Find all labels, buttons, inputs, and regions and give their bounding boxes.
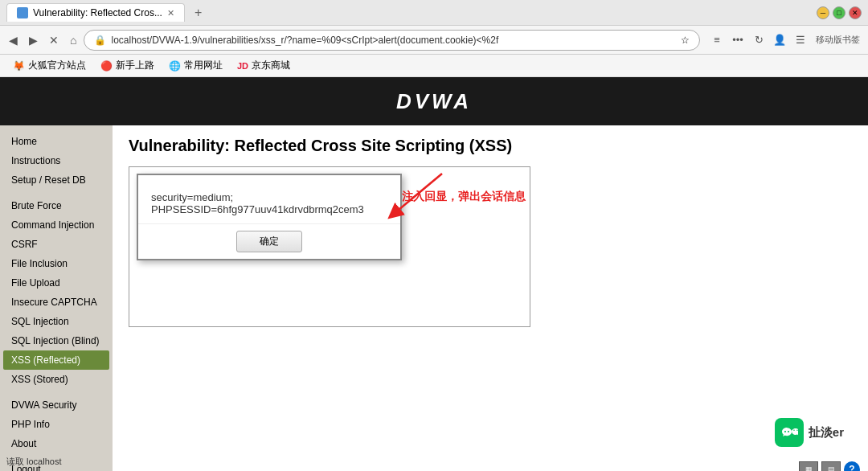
alert-buttons: 确定 — [138, 224, 400, 259]
watermark-text: 扯淡er — [809, 425, 844, 440]
newuser-icon: 🔴 — [100, 60, 113, 72]
lock-icon: 🔒 — [94, 35, 106, 46]
sidebar-item-captcha[interactable]: Insecure CAPTCHA — [3, 293, 109, 312]
tab-close-btn[interactable]: ✕ — [167, 8, 174, 18]
url-text: localhost/DVWA-1.9/vulnerabilities/xss_r… — [111, 35, 676, 46]
sidebar-item-home[interactable]: Home — [3, 132, 109, 151]
wechat-icon — [775, 418, 804, 447]
page-title: Vulnerability: Reflected Cross Site Scri… — [129, 137, 852, 155]
page-wrapper: DVWA Home Instructions Setup / Reset DB … — [0, 77, 868, 452]
sidebar-item-command-injection[interactable]: Command Injection — [3, 215, 109, 235]
small-icon-1[interactable]: ▦ — [799, 461, 818, 471]
refresh-button[interactable]: ✕ — [45, 32, 63, 48]
watermark: 扯淡er — [775, 418, 844, 447]
sidebar-divider-1 — [3, 190, 109, 196]
browser-tab[interactable]: Vulnerability: Reflected Cros... ✕ — [6, 3, 185, 22]
small-icon-2[interactable]: ▤ — [821, 461, 841, 471]
tab-title: Vulnerability: Reflected Cros... — [33, 7, 162, 18]
window-minimize-btn[interactable]: ─ — [817, 6, 829, 19]
annotation: 注入回显，弹出会话信息 — [402, 190, 526, 204]
sidebar: Home Instructions Setup / Reset DB Brute… — [0, 125, 113, 471]
sidebar-item-file-upload[interactable]: File Upload — [3, 273, 109, 293]
sidebar-item-php-info[interactable]: PHP Info — [3, 415, 109, 434]
back-button[interactable]: ◀ — [5, 32, 22, 48]
dvwa-logo: DVWA — [396, 89, 472, 113]
content-area: Vulnerability: Reflected Cross Site Scri… — [113, 125, 868, 471]
small-icon-help[interactable]: ? — [844, 461, 860, 471]
window-controls: ─ □ ✕ — [817, 6, 862, 19]
content-bottom-right-icons: ▦ ▤ ? — [799, 461, 860, 471]
sidebar-item-csrf[interactable]: CSRF — [3, 235, 109, 254]
extensions-icon[interactable]: ≡ — [708, 31, 726, 49]
sidebar-item-instructions[interactable]: Instructions — [3, 151, 109, 170]
alert-ok-button[interactable]: 确定 — [236, 231, 302, 252]
bookmark-newuser-label: 新手上路 — [116, 59, 154, 72]
sidebar-item-dvwa-security[interactable]: DVWA Security — [3, 395, 109, 415]
bookmark-common-label: 常用网址 — [184, 59, 223, 72]
browser-toolbar: ◀ ▶ ✕ ⌂ 🔒 localhost/DVWA-1.9/vulnerabili… — [0, 26, 868, 55]
svg-line-0 — [394, 174, 442, 214]
jd-icon: JD — [237, 61, 248, 71]
mobile-bookmark[interactable]: 移动版书签 — [813, 31, 863, 49]
sidebar-item-setup[interactable]: Setup / Reset DB — [3, 170, 109, 190]
more-tools-icon[interactable]: ••• — [729, 31, 747, 49]
alert-dialog: security=medium; PHPSESSID=6hfg977uuv41k… — [137, 174, 402, 260]
bookmark-firefox-label: 火狐官方站点 — [28, 59, 86, 72]
new-tab-button[interactable]: + — [190, 6, 207, 20]
sidebar-item-xss-reflected[interactable]: XSS (Reflected) — [3, 350, 109, 370]
bookmark-jd[interactable]: JD 京东商城 — [231, 57, 297, 74]
menu-icon[interactable]: ☰ — [792, 31, 809, 49]
common-icon: 🌐 — [169, 60, 181, 72]
bookmark-common[interactable]: 🌐 常用网址 — [162, 57, 229, 74]
status-text: 读取 localhost — [6, 456, 61, 468]
firefox-icon: 🦊 — [13, 60, 25, 72]
forward-button[interactable]: ▶ — [25, 32, 42, 48]
toolbar-icons: ≡ ••• ↻ 👤 ☰ 移动版书签 — [708, 31, 863, 49]
red-arrow-icon — [378, 166, 450, 230]
sidebar-divider-2 — [3, 389, 109, 395]
sidebar-item-sql-injection-blind[interactable]: SQL Injection (Blind) — [3, 331, 109, 350]
sidebar-item-file-inclusion[interactable]: File Inclusion — [3, 254, 109, 273]
window-restore-btn[interactable]: □ — [833, 6, 845, 19]
dvwa-header: DVWA — [0, 77, 868, 125]
browser-titlebar: Vulnerability: Reflected Cros... ✕ + ─ □… — [0, 0, 868, 26]
window-close-btn[interactable]: ✕ — [849, 6, 862, 19]
account-icon[interactable]: 👤 — [771, 31, 788, 49]
sidebar-item-xss-stored[interactable]: XSS (Stored) — [3, 370, 109, 389]
bookmark-newuser[interactable]: 🔴 新手上路 — [94, 57, 161, 74]
bookmark-firefox[interactable]: 🦊 火狐官方站点 — [6, 57, 92, 74]
star-icon: ☆ — [681, 35, 690, 46]
bookmarks-bar: 🦊 火狐官方站点 🔴 新手上路 🌐 常用网址 JD 京东商城 — [0, 55, 868, 77]
alert-message: security=medium; PHPSESSID=6hfg977uuv41k… — [138, 175, 400, 224]
sidebar-item-brute-force[interactable]: Brute Force — [3, 196, 109, 215]
sync-icon[interactable]: ↻ — [750, 31, 768, 49]
home-button[interactable]: ⌂ — [66, 32, 80, 48]
address-bar[interactable]: 🔒 localhost/DVWA-1.9/vulnerabilities/xss… — [84, 30, 700, 51]
bookmark-jd-label: 京东商城 — [252, 59, 290, 72]
sidebar-item-about[interactable]: About — [3, 434, 109, 453]
sidebar-item-sql-injection[interactable]: SQL Injection — [3, 312, 109, 331]
main-layout: Home Instructions Setup / Reset DB Brute… — [0, 125, 868, 471]
tab-favicon — [17, 7, 28, 18]
